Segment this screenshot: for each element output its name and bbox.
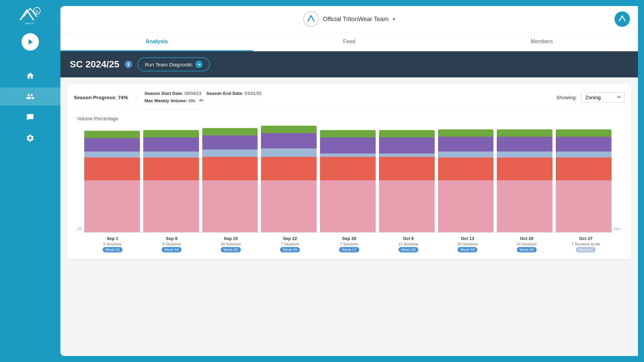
- bar-group: [84, 131, 140, 232]
- bar-segment-zone5: [438, 129, 494, 137]
- bar-segment-zone5: [556, 129, 611, 137]
- bar-segment-zone2: [556, 158, 611, 180]
- x-label-group: Oct 613 SessionsWeek 58: [380, 236, 436, 252]
- sidebar-item-home[interactable]: [0, 67, 60, 85]
- bar-segment-zone1: [261, 180, 317, 232]
- x-label-date: Oct 27: [579, 236, 593, 241]
- bar-segment-zone3: [320, 154, 376, 157]
- bar-segment-zone3: [84, 152, 140, 158]
- bar-segment-zone2: [379, 157, 435, 180]
- sidebar-item-messages[interactable]: [0, 108, 60, 126]
- season-header-bar: SC 2024/25 ℹ Run Team Diagnostic ➔: [60, 51, 638, 77]
- tab-analysis[interactable]: Analysis: [60, 33, 253, 51]
- bar-segment-zone2: [320, 157, 376, 180]
- main-content: Official TritonWear Team ▾ Analysis Feed…: [60, 6, 638, 356]
- x-label-sessions: 8 Sessions: [163, 242, 181, 246]
- bar-segment-zone2: [143, 158, 199, 180]
- sidebar-item-team[interactable]: [0, 87, 60, 106]
- bar-segment-zone1: [143, 180, 199, 232]
- x-label-week: Week 56: [280, 247, 300, 252]
- x-label-group: Sep 15 SessionsWeek 53: [85, 236, 140, 252]
- chart-container: Volume Percentage 25 Nov Sep 15 Sessions…: [74, 116, 625, 252]
- bar-segment-zone2: [497, 158, 552, 180]
- x-label-date: Oct 13: [461, 236, 474, 241]
- x-label-sessions: 5 Sessions: [103, 242, 121, 246]
- x-label-date: Sep 29: [342, 236, 356, 241]
- bar-segment-zone5: [202, 128, 258, 135]
- user-avatar[interactable]: [614, 11, 630, 27]
- x-label-date: Sep 22: [283, 236, 297, 241]
- x-label-group: Sep 88 SessionsWeek 54: [144, 236, 199, 252]
- season-title: SC 2024/25: [70, 59, 119, 70]
- bar-segment-zone4: [438, 137, 494, 152]
- x-label-date: Oct 6: [403, 236, 414, 241]
- bar-segment-zone5: [84, 131, 140, 138]
- x-label-week: Week 59: [458, 247, 477, 252]
- bar-group: [143, 130, 199, 232]
- bar-group: [320, 130, 376, 232]
- bar-segment-zone3: [202, 149, 258, 157]
- bar-group: [261, 126, 317, 232]
- bar-segment-zone5: [497, 129, 552, 137]
- x-label-week: Week 61: [576, 247, 596, 252]
- svg-marker-4: [29, 39, 33, 45]
- bar-segment-zone1: [556, 180, 611, 232]
- bar-segment-zone5: [320, 130, 376, 137]
- bar-segment-zone2: [84, 158, 140, 180]
- bar-group: [497, 129, 552, 232]
- bar-segment-zone4: [261, 133, 317, 148]
- edit-max-weekly-icon[interactable]: ✏: [199, 98, 204, 103]
- page-content: Season Progress: 74% Season Start Date: …: [60, 77, 638, 356]
- bar-segment-zone3: [556, 152, 611, 158]
- bar-segment-zone4: [379, 137, 435, 154]
- chart-x-axis: Sep 15 SessionsWeek 53Sep 88 SessionsWee…: [85, 233, 614, 252]
- bar-segment-zone1: [379, 180, 435, 232]
- team-logo: [303, 11, 319, 27]
- bar-segment-zone4: [84, 138, 140, 152]
- bar-segment-zone4: [202, 135, 258, 149]
- tab-navigation: Analysis Feed Members: [60, 33, 638, 51]
- x-label-sessions: 7 Sessions: [281, 242, 299, 246]
- svg-text:10: 10: [35, 10, 38, 13]
- x-label-week: Week 57: [339, 247, 359, 252]
- bar-group: [556, 129, 611, 232]
- bar-segment-zone1: [497, 180, 552, 232]
- team-selector[interactable]: Official TritonWear Team ▾: [303, 11, 395, 27]
- team-dropdown-arrow: ▾: [393, 16, 395, 22]
- bar-segment-zone3: [497, 152, 552, 158]
- bar-group: [202, 128, 258, 232]
- bar-segment-zone2: [261, 157, 317, 180]
- bar-segment-zone5: [261, 126, 317, 133]
- diagnostic-button[interactable]: Run Team Diagnostic ➔: [138, 57, 210, 71]
- tab-members[interactable]: Members: [445, 33, 638, 51]
- bar-segment-zone4: [556, 137, 611, 152]
- x-label-group: Oct 2010 SessionsWeek 60: [499, 236, 554, 252]
- tab-feed[interactable]: Feed: [253, 33, 445, 51]
- x-label-week: Week 58: [398, 247, 418, 252]
- chart-bars-area: [84, 125, 611, 233]
- play-button[interactable]: [21, 33, 39, 51]
- x-label-group: Sep 1510 SessionsWeek 55: [203, 236, 259, 252]
- x-label-group: Sep 227 SessionsWeek 56: [262, 236, 318, 252]
- sidebar-navigation: [0, 33, 60, 147]
- analysis-card: Season Progress: 74% Season Start Date: …: [67, 84, 631, 259]
- chart-title: Volume Percentage: [77, 116, 621, 121]
- season-dates: Season Start Date: 09/04/23 Season End D…: [137, 91, 270, 104]
- bar-segment-zone2: [438, 158, 494, 180]
- bar-group: [379, 130, 435, 232]
- bar-segment-zone4: [143, 137, 199, 152]
- x-label-group: Oct 277 Sessions so farWeek 61: [558, 236, 614, 252]
- season-info-icon[interactable]: ℹ: [125, 61, 132, 68]
- top-header: Official TritonWear Team ▾: [60, 6, 638, 33]
- bar-segment-zone4: [320, 137, 376, 154]
- bar-segment-zone1: [438, 180, 494, 232]
- bar-segment-zone1: [320, 180, 376, 232]
- bar-segment-zone4: [497, 137, 552, 152]
- logo: 10 years of victories: [17, 7, 44, 26]
- showing-dropdown[interactable]: Zoning Volume Intensity Distance: [581, 92, 625, 103]
- x-label-date: Sep 1: [107, 236, 118, 241]
- sidebar-item-settings[interactable]: [0, 129, 60, 147]
- bar-segment-zone2: [202, 157, 258, 180]
- season-info-row: Season Progress: 74% Season Start Date: …: [74, 91, 625, 109]
- x-label-group: Sep 297 SessionsWeek 57: [321, 236, 377, 252]
